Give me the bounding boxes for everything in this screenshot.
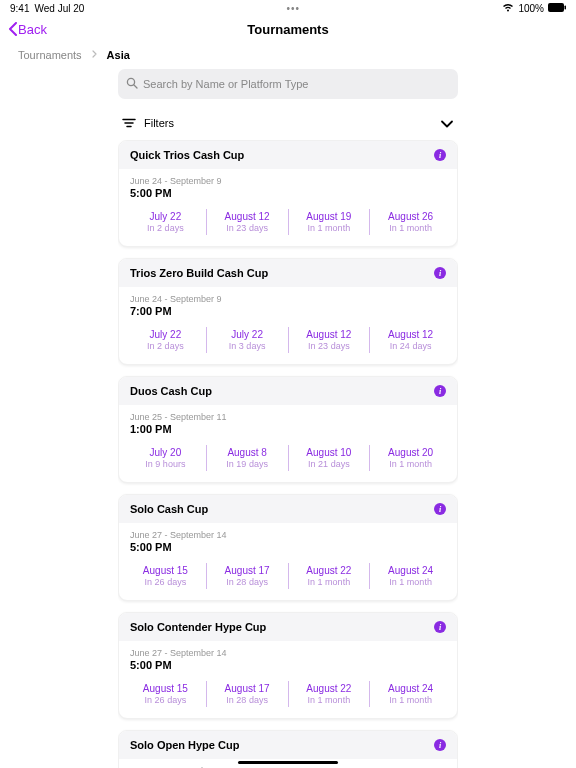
info-icon[interactable]: i xyxy=(434,739,446,751)
session-date: August 17 xyxy=(207,565,288,576)
search-icon xyxy=(126,75,138,93)
status-day: Wed Jul 20 xyxy=(34,3,84,14)
card-time: 1:00 PM xyxy=(130,423,446,435)
card-header: Quick Trios Cash Cupi xyxy=(119,141,457,169)
card-title: Solo Contender Hype Cup xyxy=(130,621,266,633)
session-relative: In 26 days xyxy=(125,577,206,587)
tournament-card[interactable]: Duos Cash CupiJune 25 - September 111:00… xyxy=(118,376,458,483)
card-title: Duos Cash Cup xyxy=(130,385,212,397)
card-date-range: June 25 - September 11 xyxy=(130,412,446,422)
wifi-icon xyxy=(502,3,514,14)
session-date: August 17 xyxy=(207,683,288,694)
status-time: 9:41 xyxy=(10,3,29,14)
session-item[interactable]: August 10In 21 days xyxy=(288,445,370,471)
tournament-card[interactable]: Trios Zero Build Cash CupiJune 24 - Sept… xyxy=(118,258,458,365)
info-icon[interactable]: i xyxy=(434,503,446,515)
back-button[interactable]: Back xyxy=(8,22,47,37)
filter-icon xyxy=(122,114,136,132)
session-relative: In 1 month xyxy=(370,695,451,705)
card-header: Trios Zero Build Cash Cupi xyxy=(119,259,457,287)
chevron-right-icon xyxy=(92,50,97,60)
info-icon[interactable]: i xyxy=(434,621,446,633)
session-item[interactable]: August 15In 26 days xyxy=(125,563,206,589)
breadcrumb: Tournaments Asia xyxy=(0,43,576,69)
svg-point-2 xyxy=(127,78,134,85)
session-relative: In 2 days xyxy=(125,223,206,233)
session-item[interactable]: August 19In 1 month xyxy=(288,209,370,235)
search-input[interactable] xyxy=(143,78,450,90)
session-item[interactable]: July 20In 9 hours xyxy=(125,445,206,471)
session-item[interactable]: July 22In 3 days xyxy=(206,327,288,353)
session-item[interactable]: August 17In 28 days xyxy=(206,681,288,707)
tournament-card[interactable]: Solo Contender Hype CupiJune 27 - Septem… xyxy=(118,612,458,719)
search-box[interactable] xyxy=(118,69,458,99)
session-item[interactable]: August 20In 1 month xyxy=(369,445,451,471)
back-label: Back xyxy=(18,22,47,37)
tournament-list: Quick Trios Cash CupiJune 24 - September… xyxy=(118,140,458,768)
card-title: Quick Trios Cash Cup xyxy=(130,149,244,161)
session-date: August 15 xyxy=(125,565,206,576)
session-date: August 12 xyxy=(370,329,451,340)
session-date: July 22 xyxy=(207,329,288,340)
session-item[interactable]: August 22In 1 month xyxy=(288,681,370,707)
session-date: August 24 xyxy=(370,683,451,694)
filters-label: Filters xyxy=(144,117,174,129)
card-date-range: June 24 - September 9 xyxy=(130,176,446,186)
session-date: August 15 xyxy=(125,683,206,694)
home-indicator xyxy=(238,761,338,764)
card-title: Solo Open Hype Cup xyxy=(130,739,239,751)
info-icon[interactable]: i xyxy=(434,385,446,397)
info-icon[interactable]: i xyxy=(434,149,446,161)
session-row: July 22In 2 daysAugust 12In 23 daysAugus… xyxy=(119,201,457,246)
session-item[interactable]: August 12In 23 days xyxy=(206,209,288,235)
session-date: July 20 xyxy=(125,447,206,458)
card-title: Trios Zero Build Cash Cup xyxy=(130,267,268,279)
card-subheader: June 24 - September 97:00 PM xyxy=(119,287,457,319)
card-date-range: June 27 - September 14 xyxy=(130,648,446,658)
card-time: 5:00 PM xyxy=(130,659,446,671)
tournament-card[interactable]: Solo Cash CupiJune 27 - September 145:00… xyxy=(118,494,458,601)
session-row: July 22In 2 daysJuly 22In 3 daysAugust 1… xyxy=(119,319,457,364)
session-item[interactable]: August 22In 1 month xyxy=(288,563,370,589)
card-title: Solo Cash Cup xyxy=(130,503,208,515)
card-time: 5:00 PM xyxy=(130,187,446,199)
chevron-down-icon xyxy=(440,114,454,132)
session-item[interactable]: August 8In 19 days xyxy=(206,445,288,471)
card-header: Duos Cash Cupi xyxy=(119,377,457,405)
session-relative: In 1 month xyxy=(370,577,451,587)
session-row: August 15In 26 daysAugust 17In 28 daysAu… xyxy=(119,673,457,718)
card-subheader: June 25 - September 111:00 PM xyxy=(119,405,457,437)
session-item[interactable]: August 15In 26 days xyxy=(125,681,206,707)
session-date: July 22 xyxy=(125,329,206,340)
page-title: Tournaments xyxy=(247,22,328,37)
session-item[interactable]: August 24In 1 month xyxy=(369,563,451,589)
svg-rect-0 xyxy=(548,3,564,12)
session-item[interactable]: August 26In 1 month xyxy=(369,209,451,235)
session-relative: In 24 days xyxy=(370,341,451,351)
card-header: Solo Contender Hype Cupi xyxy=(119,613,457,641)
session-item[interactable]: July 22In 2 days xyxy=(125,327,206,353)
session-item[interactable]: August 12In 24 days xyxy=(369,327,451,353)
battery-percent: 100% xyxy=(518,3,544,14)
session-date: August 26 xyxy=(370,211,451,222)
session-date: August 19 xyxy=(289,211,370,222)
status-dots: ••• xyxy=(287,3,301,14)
battery-icon xyxy=(548,3,566,14)
session-relative: In 1 month xyxy=(289,577,370,587)
tournament-card[interactable]: Quick Trios Cash CupiJune 24 - September… xyxy=(118,140,458,247)
filters-row[interactable]: Filters xyxy=(118,107,458,140)
card-header: Solo Cash Cupi xyxy=(119,495,457,523)
session-item[interactable]: August 17In 28 days xyxy=(206,563,288,589)
session-item[interactable]: August 12In 23 days xyxy=(288,327,370,353)
card-subheader: June 27 - September 145:00 PM xyxy=(119,523,457,555)
breadcrumb-root[interactable]: Tournaments xyxy=(18,49,82,61)
session-item[interactable]: July 22In 2 days xyxy=(125,209,206,235)
session-date: July 22 xyxy=(125,211,206,222)
session-item[interactable]: August 24In 1 month xyxy=(369,681,451,707)
card-subheader: June 24 - September 95:00 PM xyxy=(119,169,457,201)
session-relative: In 28 days xyxy=(207,695,288,705)
session-row: July 20In 9 hoursAugust 8In 19 daysAugus… xyxy=(119,437,457,482)
session-relative: In 23 days xyxy=(207,223,288,233)
info-icon[interactable]: i xyxy=(434,267,446,279)
card-time: 5:00 PM xyxy=(130,541,446,553)
